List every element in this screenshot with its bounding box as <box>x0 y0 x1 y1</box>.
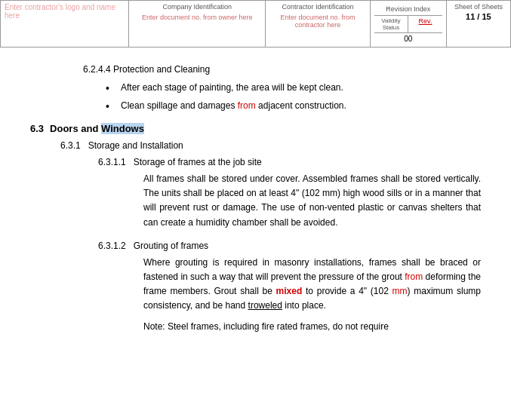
validity-label: Validity Status <box>376 17 407 31</box>
section-6312-heading: 6.3.1.2 Grouting of frames <box>98 241 496 251</box>
rev-cell: Rev. <box>408 16 442 32</box>
bullet-list: After each stage of painting, the area w… <box>106 81 496 112</box>
bullet-2-post: adjacent construction. <box>256 100 346 111</box>
bullet-2-red: from <box>238 100 256 111</box>
revision-value: 00 <box>374 32 442 44</box>
section-63-highlight: Windows <box>101 123 144 134</box>
para-6312: Where grouting is required in masonry in… <box>143 256 481 314</box>
para-6312-red2: mixed <box>276 286 303 296</box>
section-63-heading: 6.3 Doors and Windows <box>30 123 496 134</box>
para-6312-end: into place. <box>282 300 326 311</box>
rev-label: Rev. <box>419 17 433 25</box>
para-6312-red1: from <box>405 271 423 282</box>
para-6312-mid2: to provide a 4" (102 <box>302 286 392 296</box>
contractor-cell: Contractor Identification Enter document… <box>266 1 370 48</box>
bullet-2-pre: Clean spillage and damages <box>121 100 238 111</box>
section-631-number: 6.3.1 <box>60 140 81 151</box>
section-6311-label: Storage of frames at the job site <box>134 157 262 167</box>
revision-sub: Validity Status Rev. <box>374 16 442 32</box>
para-6311-text: All frames shall be stored under cover. … <box>143 173 481 228</box>
section-6312-label: Grouting of frames <box>134 241 208 251</box>
bullet-1-text: After each stage of painting, the area w… <box>121 82 343 93</box>
sheets-value: 11 / 15 <box>451 12 506 21</box>
section-6244-heading: 6.2.4.4 Protection and Cleaning <box>83 64 496 75</box>
note-content: Note: Steel frames, including fire rated… <box>143 321 389 332</box>
contractor-label: Contractor Identification <box>269 3 365 11</box>
logo-placeholder: Enter contractor's logo and name here <box>5 3 115 20</box>
company-value: Enter document no. from owner here <box>133 14 261 21</box>
logo-cell: Enter contractor's logo and name here <box>1 1 129 48</box>
revision-header-label: Revision Index <box>374 3 442 16</box>
bullet-item-1: After each stage of painting, the area w… <box>106 81 496 94</box>
para-6312-underline: troweled <box>248 300 282 311</box>
section-63-label: Doors and Windows <box>50 123 144 134</box>
revision-cell: Revision Index Validity Status Rev. 00 <box>370 1 446 48</box>
section-6244-label: 6.2.4.4 Protection and Cleaning <box>83 64 210 75</box>
bullet-item-2: Clean spillage and damages from adjacent… <box>106 99 496 112</box>
section-6311-heading: 6.3.1.1 Storage of frames at the job sit… <box>98 157 496 167</box>
section-631-heading: 6.3.1 Storage and Installation <box>60 140 496 151</box>
header-table: Enter contractor's logo and name here Co… <box>0 0 511 48</box>
section-6312-number: 6.3.1.2 <box>98 241 126 251</box>
contractor-value: Enter document no. from contractor here <box>269 14 365 29</box>
para-6311: All frames shall be stored under cover. … <box>143 172 481 230</box>
section-63-number: 6.3 <box>30 123 44 134</box>
sheets-label: Sheet of Sheets <box>451 3 506 11</box>
company-cell: Company Identification Enter document no… <box>129 1 266 48</box>
sheets-cell: Sheet of Sheets 11 / 15 <box>446 1 510 48</box>
note-text: Note: Steel frames, including fire rated… <box>143 320 481 333</box>
section-63-pre: Doors and <box>50 123 101 134</box>
content-area: 6.2.4.4 Protection and Cleaning After ea… <box>0 48 511 341</box>
validity-cell: Validity Status <box>374 16 409 32</box>
section-6311-number: 6.3.1.1 <box>98 157 126 167</box>
section-631-label: Storage and Installation <box>88 140 183 151</box>
company-label: Company Identification <box>133 3 261 11</box>
para-6312-red3: mm <box>392 286 408 296</box>
